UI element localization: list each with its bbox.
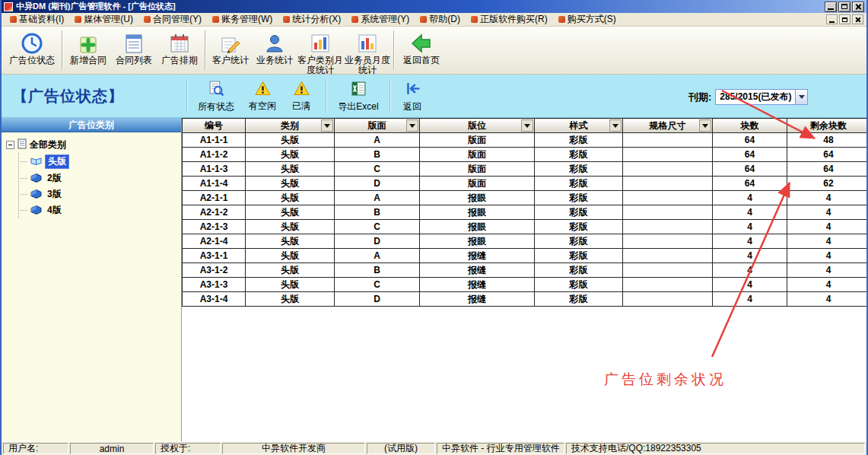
table-row[interactable]: A1-1-1头版A版面彩版6448 [183, 133, 867, 148]
period-select[interactable]: 285/2015(已发布) [715, 89, 808, 105]
menu-item-label: 帮助(D) [429, 13, 460, 26]
column-header-id[interactable]: 编号 [183, 119, 246, 133]
filter-dropdown-icon[interactable] [521, 119, 533, 132]
table-row[interactable]: A2-1-4头版D报眼彩版44 [183, 234, 867, 249]
app-window: 中异DM (期刊)广告管理软件 - [广告位状态] 基础资料(I) 媒体管理(U… [0, 0, 868, 455]
menu-item-media[interactable]: 媒体管理(U) [69, 13, 138, 27]
toolbar-button-new-contract[interactable]: 新增合同 [65, 29, 111, 65]
toolbar-button-ad-schedule[interactable]: 广告排期 [157, 29, 202, 65]
toolbar-button-customer-monthly-stats[interactable]: 客户类别月度统计 [297, 29, 344, 75]
all-status-button[interactable]: 所有状态 [193, 80, 239, 114]
return-button[interactable]: 返回 [397, 80, 428, 114]
export-excel-button[interactable]: 导出Excel [334, 80, 383, 114]
table-row[interactable]: A2-1-2头版B报眼彩版44 [183, 205, 867, 220]
filter-dropdown-icon[interactable] [699, 119, 711, 132]
mdi-close-button[interactable] [852, 14, 863, 24]
column-header-category[interactable]: 类别 [246, 119, 335, 133]
cell: 4 [713, 292, 787, 307]
menu-item-finance[interactable]: 账务管理(W) [207, 13, 278, 27]
close-button[interactable] [852, 2, 864, 12]
tree-item-front-page[interactable]: 头版 [19, 153, 176, 170]
toolbar-button-sales-stats[interactable]: 业务统计 [253, 29, 297, 65]
table-row[interactable]: A3-1-4头版D报缝彩版44 [183, 292, 867, 307]
main-toolbar: 广告位状态 新增合同 合同列表 广告排期 客户统计 [2, 27, 866, 75]
cell: D [335, 177, 420, 191]
collapse-icon[interactable] [6, 141, 14, 149]
chevron-down-icon[interactable] [795, 90, 807, 104]
cell: C [335, 220, 420, 234]
cell: 彩版 [535, 148, 623, 162]
toolbar-button-ad-status[interactable]: 广告位状态 [5, 29, 59, 65]
column-header-page[interactable]: 版面 [335, 119, 420, 133]
cell: 报缝 [420, 263, 535, 278]
table-row[interactable]: A3-1-1头版A报缝彩版44 [183, 249, 867, 263]
cell: A2-1-2 [183, 205, 246, 220]
tree-item-page2[interactable]: 2版 [19, 170, 176, 186]
table-row[interactable]: A2-1-1头版A报眼彩版44 [183, 191, 867, 205]
menu-item-system[interactable]: 系统管理(Y) [346, 13, 415, 27]
table-row[interactable]: A3-1-3头版C报缝彩版44 [183, 278, 867, 292]
cell: 头版 [246, 133, 335, 148]
column-header-blocks[interactable]: 块数 [713, 119, 787, 133]
menu-item-help[interactable]: 帮助(D) [415, 13, 466, 27]
cell: 头版 [246, 292, 335, 307]
toolbar-button-salesman-monthly-stats[interactable]: 业务员月度统计 [344, 29, 391, 75]
menu-item-buy-license[interactable]: 正版软件购买(R) [466, 13, 553, 27]
cell: 报眼 [420, 220, 535, 234]
tree-item-page3[interactable]: 3版 [19, 186, 176, 202]
restore-button[interactable] [838, 2, 851, 12]
cell: 4 [713, 234, 787, 249]
column-header-style[interactable]: 样式 [535, 119, 623, 133]
cell: 头版 [246, 162, 335, 177]
table-row[interactable]: A1-1-4头版D版面彩版6462 [183, 177, 867, 191]
full-button[interactable]: 已满 [286, 80, 316, 113]
cell: B [335, 148, 420, 162]
mdi-restore-button[interactable] [839, 14, 851, 24]
menu-item-basic-data[interactable]: 基础资料(I) [5, 13, 69, 27]
minimize-button[interactable] [825, 2, 837, 12]
status-support: 技术支持电话/QQ:18922353305 [566, 443, 865, 454]
cell: 4 [713, 205, 787, 220]
filter-dropdown-icon[interactable] [406, 119, 418, 132]
separator [186, 79, 188, 113]
column-header-position[interactable]: 版位 [420, 119, 535, 133]
page-header: 【广告位状态】 所有状态 有空闲 已满 导出Excel [2, 75, 866, 118]
table-row[interactable]: A1-1-2头版B版面彩版6464 [183, 148, 867, 162]
column-header-remaining-blocks[interactable]: 剩余块数 [787, 119, 867, 133]
toolbar-button-back-home[interactable]: 返回首页 [397, 29, 446, 65]
tree-root-all-categories[interactable]: 全部类别 [6, 138, 176, 151]
cell: 报缝 [420, 278, 535, 292]
tree-item-page4[interactable]: 4版 [19, 202, 176, 218]
menu-item-purchase-method[interactable]: 购买方式(S) [553, 13, 622, 27]
cell: 4 [787, 263, 867, 278]
minimize-icon [828, 8, 834, 10]
cell: A1-1-4 [183, 177, 246, 191]
warning-icon [294, 81, 310, 98]
menu-item-statistics[interactable]: 统计分析(X) [278, 13, 346, 27]
cell: 彩版 [535, 263, 623, 278]
filter-dropdown-icon[interactable] [321, 119, 333, 132]
filter-dropdown-icon[interactable] [609, 119, 622, 132]
toolbar-separator [62, 30, 63, 70]
has-vacancy-button[interactable]: 有空闲 [245, 80, 280, 113]
mdi-minimize-button[interactable] [826, 14, 838, 24]
menu-item-contract[interactable]: 合同管理(Y) [138, 13, 207, 27]
document-icon [17, 138, 27, 151]
table-row[interactable]: A3-1-2头版B报缝彩版44 [183, 263, 867, 278]
menu-item-icon [351, 16, 358, 23]
column-header-size[interactable]: 规格尺寸 [623, 119, 713, 133]
add-icon [77, 30, 100, 56]
cell: 64 [713, 162, 787, 177]
cell: 4 [713, 191, 787, 205]
menu-item-label: 合同管理(Y) [153, 13, 202, 26]
toolbar-button-contract-list[interactable]: 合同列表 [111, 29, 157, 65]
cell: 64 [713, 148, 787, 162]
open-book-icon [30, 156, 42, 168]
cell: 48 [787, 133, 867, 148]
cell: 报缝 [420, 292, 535, 307]
cell: 头版 [246, 148, 335, 162]
table-row[interactable]: A2-1-3头版C报眼彩版44 [183, 220, 867, 234]
pencil-icon [219, 30, 242, 56]
toolbar-button-customer-stats[interactable]: 客户统计 [208, 29, 253, 65]
table-row[interactable]: A1-1-3头版C版面彩版6464 [183, 162, 867, 177]
